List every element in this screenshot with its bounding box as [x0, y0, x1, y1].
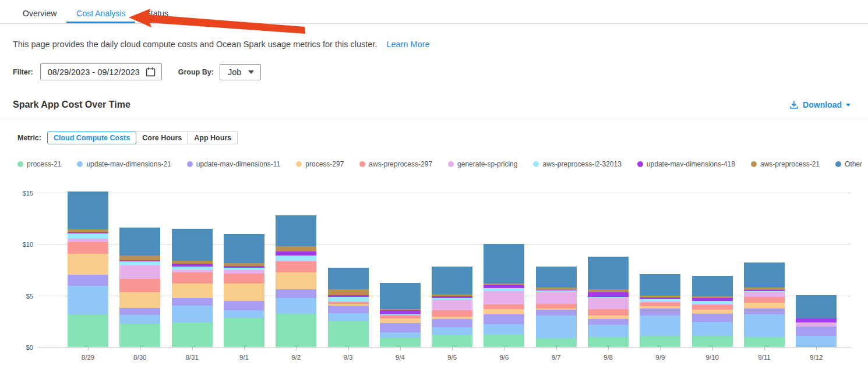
group-by-select[interactable]: Job	[220, 64, 261, 80]
bar-segment-update-mav-dimensions-11[interactable]	[380, 323, 421, 332]
tab-overview[interactable]: Overview	[13, 3, 66, 23]
bar-segment-process-297[interactable]	[68, 254, 108, 275]
bar-9/9[interactable]	[640, 274, 680, 347]
bar-segment-aws-preprocess-21[interactable]	[276, 246, 316, 251]
bar-segment-Other[interactable]	[640, 274, 680, 296]
bar-segment-process-297[interactable]	[119, 292, 160, 308]
bar-segment-Other[interactable]	[536, 267, 577, 288]
bar-8/30[interactable]	[119, 228, 160, 347]
date-range-picker[interactable]: 08/29/2023 - 09/12/2023	[40, 63, 162, 80]
bar-segment-process-21[interactable]	[692, 336, 733, 347]
bar-segment-aws-preprocess-l2-32013[interactable]	[68, 233, 108, 239]
bar-segment-aws-preprocess-297[interactable]	[692, 305, 733, 310]
bar-segment-aws-preprocess-297[interactable]	[224, 274, 264, 283]
bar-9/11[interactable]	[744, 263, 785, 347]
bar-segment-aws-preprocess-297[interactable]	[536, 304, 577, 308]
legend-item-aws-preprocess-297[interactable]: aws-preprocess-297	[359, 160, 432, 168]
tab-cost-analysis[interactable]: Cost Analysis	[66, 3, 135, 23]
bar-segment-update-mav-dimensions-418[interactable]	[380, 310, 421, 314]
bar-segment-update-mav-dimensions-21[interactable]	[224, 310, 264, 317]
bar-segment-process-297[interactable]	[172, 283, 213, 298]
legend-item-aws-preprocess-21[interactable]: aws-preprocess-21	[751, 160, 820, 168]
bar-segment-process-21[interactable]	[68, 314, 108, 347]
metric-button-cloud-compute-costs[interactable]: Cloud Compute Costs	[47, 132, 136, 144]
legend-item-process-297[interactable]: process-297	[296, 160, 344, 168]
legend-item-process-21[interactable]: process-21	[17, 160, 61, 168]
bar-segment-aws-preprocess-297[interactable]	[588, 309, 629, 315]
learn-more-link[interactable]: Learn More	[386, 40, 429, 49]
bar-segment-update-mav-dimensions-21[interactable]	[119, 315, 160, 324]
bar-segment-process-297[interactable]	[224, 283, 264, 301]
bar-segment-process-297[interactable]	[692, 310, 733, 314]
bar-segment-process-297[interactable]	[744, 303, 785, 308]
bar-segment-update-mav-dimensions-11[interactable]	[119, 308, 160, 315]
bar-segment-process-21[interactable]	[380, 338, 421, 347]
bar-segment-update-mav-dimensions-21[interactable]	[640, 315, 680, 335]
bar-segment-process-297[interactable]	[380, 318, 421, 323]
bar-segment-process-21[interactable]	[588, 337, 629, 347]
bar-segment-update-mav-dimensions-21[interactable]	[536, 315, 577, 338]
bar-segment-update-mav-dimensions-11[interactable]	[484, 314, 524, 324]
bar-segment-generate-sp-pricing[interactable]	[119, 265, 160, 279]
bar-segment-process-21[interactable]	[484, 335, 524, 347]
bar-segment-Other[interactable]	[380, 283, 421, 309]
bar-9/2[interactable]	[276, 215, 316, 347]
metric-button-app-hours[interactable]: App Hours	[188, 132, 238, 144]
bar-segment-Other[interactable]	[432, 267, 472, 295]
metric-button-core-hours[interactable]: Core Hours	[136, 132, 188, 144]
bar-9/12[interactable]	[796, 295, 837, 347]
bar-segment-update-mav-dimensions-418[interactable]	[588, 292, 629, 297]
bar-segment-update-mav-dimensions-11[interactable]	[744, 308, 785, 315]
bar-segment-generate-sp-pricing[interactable]	[796, 322, 837, 327]
legend-item-Other[interactable]: Other	[835, 160, 862, 168]
bar-segment-update-mav-dimensions-11[interactable]	[432, 319, 472, 327]
bar-segment-aws-preprocess-21[interactable]	[119, 256, 160, 260]
bar-segment-update-mav-dimensions-11[interactable]	[224, 301, 264, 310]
bar-segment-aws-preprocess-21[interactable]	[328, 289, 369, 295]
bar-segment-process-297[interactable]	[276, 272, 316, 289]
bar-segment-Other[interactable]	[484, 244, 524, 283]
legend-item-update-mav-dimensions-418[interactable]: update-mav-dimensions-418	[637, 160, 735, 168]
bar-segment-process-21[interactable]	[328, 321, 369, 347]
bar-segment-generate-sp-pricing[interactable]	[484, 291, 524, 304]
bar-segment-update-mav-dimensions-21[interactable]	[588, 325, 629, 337]
bar-segment-Other[interactable]	[224, 234, 264, 263]
tab-status[interactable]: Status	[135, 3, 178, 23]
legend-item-update-mav-dimensions-11[interactable]: update-mav-dimensions-11	[187, 160, 281, 168]
bar-segment-process-21[interactable]	[119, 324, 160, 347]
bar-segment-update-mav-dimensions-418[interactable]	[276, 251, 316, 256]
bar-segment-update-mav-dimensions-21[interactable]	[432, 327, 472, 335]
bar-8/29[interactable]	[68, 191, 108, 347]
bar-segment-Other[interactable]	[588, 257, 629, 290]
bar-segment-update-mav-dimensions-21[interactable]	[744, 314, 785, 337]
bar-segment-update-mav-dimensions-11[interactable]	[328, 306, 369, 313]
bar-segment-Other[interactable]	[744, 263, 785, 288]
bar-9/7[interactable]	[536, 267, 577, 347]
bar-segment-update-mav-dimensions-21[interactable]	[692, 322, 733, 336]
bar-segment-update-mav-dimensions-21[interactable]	[484, 324, 524, 335]
bar-segment-update-mav-dimensions-11[interactable]	[172, 298, 213, 306]
bar-segment-update-mav-dimensions-11[interactable]	[640, 308, 680, 315]
bar-segment-Other[interactable]	[796, 295, 837, 319]
bar-segment-Other[interactable]	[119, 228, 160, 256]
bar-segment-aws-preprocess-297[interactable]	[484, 304, 524, 309]
bar-9/4[interactable]	[380, 283, 421, 347]
bar-segment-Other[interactable]	[172, 229, 213, 261]
bar-segment-Other[interactable]	[692, 276, 733, 296]
bar-segment-generate-sp-pricing[interactable]	[588, 297, 629, 308]
bar-segment-update-mav-dimensions-21[interactable]	[172, 306, 213, 322]
bar-segment-aws-preprocess-297[interactable]	[744, 297, 785, 303]
bar-segment-process-21[interactable]	[276, 314, 316, 347]
bar-segment-process-21[interactable]	[536, 338, 577, 347]
bar-segment-update-mav-dimensions-21[interactable]	[328, 313, 369, 321]
bar-9/3[interactable]	[328, 268, 369, 347]
bar-segment-process-297[interactable]	[484, 309, 524, 315]
bar-segment-aws-preprocess-297[interactable]	[172, 272, 213, 283]
bar-9/8[interactable]	[588, 257, 629, 347]
legend-item-aws-preprocess-l2-32013[interactable]: aws-preprocess-l2-32013	[533, 160, 621, 168]
bar-segment-aws-preprocess-l2-32013[interactable]	[328, 297, 369, 301]
bar-segment-update-mav-dimensions-11[interactable]	[588, 319, 629, 325]
bar-segment-update-mav-dimensions-11[interactable]	[536, 310, 577, 316]
bar-segment-update-mav-dimensions-11[interactable]	[796, 327, 837, 336]
bar-segment-process-21[interactable]	[744, 337, 785, 347]
